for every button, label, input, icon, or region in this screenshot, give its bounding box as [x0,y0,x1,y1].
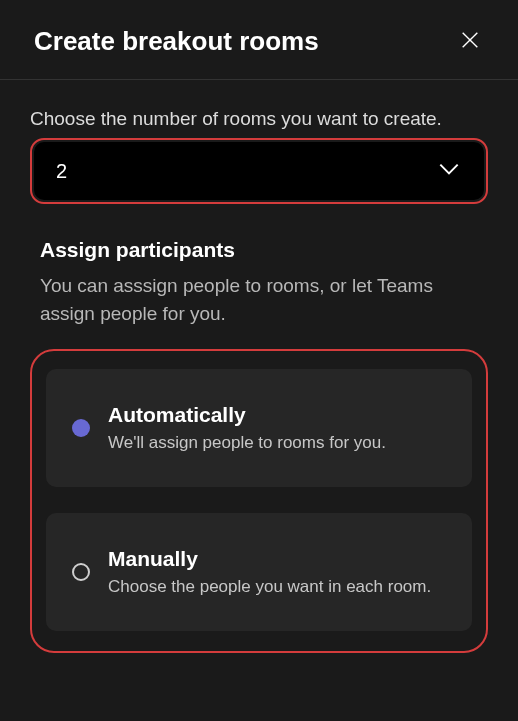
room-count-highlight: 2 [30,138,488,204]
radio-unselected-icon [72,563,90,581]
chevron-down-icon [436,156,462,186]
room-count-prompt: Choose the number of rooms you want to c… [30,108,488,130]
assign-option-text: Automatically We'll assign people to roo… [108,403,452,453]
dialog-title: Create breakout rooms [34,26,319,57]
assign-option-title: Manually [108,547,452,571]
assign-options-highlight: Automatically We'll assign people to roo… [30,349,488,653]
assign-option-description: We'll assign people to rooms for you. [108,433,452,453]
assign-option-title: Automatically [108,403,452,427]
assign-option-manually[interactable]: Manually Choose the people you want in e… [46,513,472,631]
room-count-select[interactable]: 2 [34,142,484,200]
radio-selected-icon [72,419,90,437]
assign-option-automatically[interactable]: Automatically We'll assign people to roo… [46,369,472,487]
assign-section-description: You can asssign people to rooms, or let … [30,272,488,327]
dialog-body: Choose the number of rooms you want to c… [0,80,518,653]
assign-section-title: Assign participants [30,238,488,262]
room-count-value: 2 [56,160,67,183]
dialog-header: Create breakout rooms [0,0,518,80]
assign-option-description: Choose the people you want in each room. [108,577,452,597]
close-icon [459,29,481,55]
close-button[interactable] [456,28,484,56]
assign-option-text: Manually Choose the people you want in e… [108,547,452,597]
